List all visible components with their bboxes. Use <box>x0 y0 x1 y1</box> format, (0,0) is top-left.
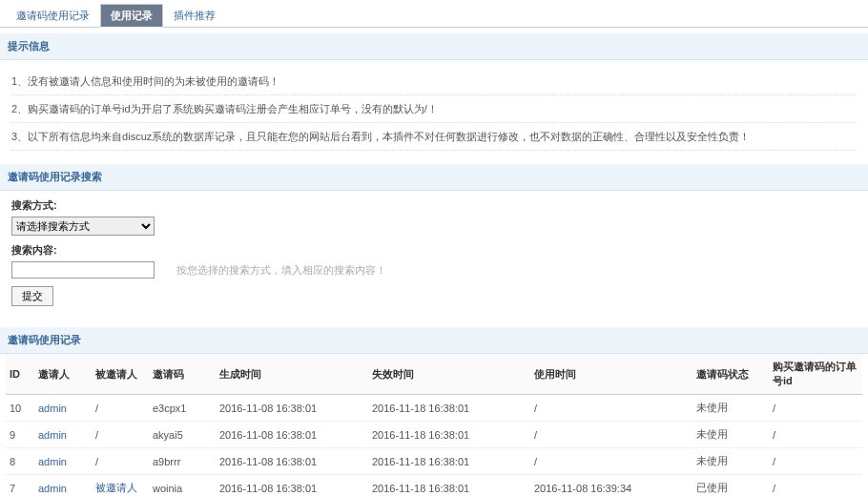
search-content-label: 搜索内容: <box>11 243 857 258</box>
cell-invitee: / <box>92 422 149 448</box>
tips-block: 1、没有被邀请人信息和使用时间的为未被使用的邀请码！ 2、购买邀请码的订单号id… <box>0 60 868 158</box>
tips-header: 提示信息 <box>0 33 868 60</box>
col-status: 邀请码状态 <box>692 354 769 395</box>
search-hint: 按您选择的搜索方式，填入相应的搜索内容！ <box>176 264 386 276</box>
cell-inviter[interactable]: admin <box>34 475 92 497</box>
cell-use: / <box>530 422 692 448</box>
col-id: ID <box>6 354 34 395</box>
cell-gen: 2016-11-08 16:38:01 <box>216 422 368 448</box>
cell-order: / <box>769 422 862 448</box>
cell-id: 10 <box>6 395 34 422</box>
cell-inviter[interactable]: admin <box>34 395 92 422</box>
col-gen: 生成时间 <box>216 354 368 395</box>
cell-status: 未使用 <box>692 422 769 448</box>
cell-gen: 2016-11-08 16:38:01 <box>216 475 368 497</box>
cell-use: / <box>530 395 692 422</box>
cell-exp: 2016-11-18 16:38:01 <box>368 448 530 475</box>
tab-invite-record[interactable]: 邀请码使用记录 <box>6 4 100 27</box>
cell-exp: 2016-11-18 16:38:01 <box>368 395 530 422</box>
cell-invitee[interactable]: 被邀请人 <box>92 475 149 497</box>
cell-id: 9 <box>6 422 34 448</box>
cell-status: 已使用 <box>692 475 769 497</box>
table-row: 8admin/a9brrr2016-11-08 16:38:012016-11-… <box>6 448 862 475</box>
cell-inviter[interactable]: admin <box>34 422 92 448</box>
cell-code: woinia <box>149 475 216 497</box>
cell-invitee: / <box>92 395 149 422</box>
records-table: ID 邀请人 被邀请人 邀请码 生成时间 失效时间 使用时间 邀请码状态 购买邀… <box>6 354 862 496</box>
search-method-select[interactable]: 请选择搜索方式 <box>11 217 155 236</box>
col-exp: 失效时间 <box>368 354 530 395</box>
cell-order: / <box>769 448 862 475</box>
search-content-input[interactable] <box>11 261 155 279</box>
table-row: 7admin被邀请人woinia2016-11-08 16:38:012016-… <box>6 475 862 497</box>
col-inviter: 邀请人 <box>34 354 92 395</box>
tab-plugin-recommend[interactable]: 插件推荐 <box>163 4 226 27</box>
search-header: 邀请码使用记录搜索 <box>0 164 868 191</box>
tip-line: 2、购买邀请码的订单号id为开启了系统购买邀请码注册会产生相应订单号，没有的默认… <box>11 95 857 123</box>
col-use: 使用时间 <box>530 354 692 395</box>
cell-invitee: / <box>92 448 149 475</box>
cell-code: a9brrr <box>149 448 216 475</box>
table-row: 9admin/akyai52016-11-08 16:38:012016-11-… <box>6 422 862 448</box>
cell-code: e3cpx1 <box>149 395 216 422</box>
cell-status: 未使用 <box>692 448 769 475</box>
tip-line: 3、以下所有信息均来自discuz系统的数据库记录，且只能在您的网站后台看到，本… <box>11 123 857 151</box>
submit-button[interactable]: 提交 <box>11 286 53 306</box>
cell-use: 2016-11-08 16:39:34 <box>530 475 692 497</box>
cell-code: akyai5 <box>149 422 216 448</box>
cell-exp: 2016-11-18 16:38:01 <box>368 475 530 497</box>
col-order: 购买邀请码的订单号id <box>769 354 862 395</box>
cell-id: 8 <box>6 448 34 475</box>
cell-id: 7 <box>6 475 34 497</box>
cell-gen: 2016-11-08 16:38:01 <box>216 448 368 475</box>
cell-exp: 2016-11-18 16:38:01 <box>368 422 530 448</box>
cell-gen: 2016-11-08 16:38:01 <box>216 395 368 422</box>
cell-inviter[interactable]: admin <box>34 448 92 475</box>
table-row: 10admin/e3cpx12016-11-08 16:38:012016-11… <box>6 395 862 422</box>
cell-order: / <box>769 395 862 422</box>
records-header: 邀请码使用记录 <box>0 327 868 354</box>
cell-order: / <box>769 475 862 497</box>
col-code: 邀请码 <box>149 354 216 395</box>
cell-use: / <box>530 448 692 475</box>
tab-usage-record[interactable]: 使用记录 <box>100 4 163 28</box>
cell-status: 未使用 <box>692 395 769 422</box>
top-tabs: 邀请码使用记录 使用记录 插件推荐 <box>0 0 868 28</box>
tip-line: 1、没有被邀请人信息和使用时间的为未被使用的邀请码！ <box>11 68 857 95</box>
search-area: 搜索方式: 请选择搜索方式 搜索内容: 按您选择的搜索方式，填入相应的搜索内容！… <box>0 191 868 321</box>
col-invitee: 被邀请人 <box>92 354 149 395</box>
search-method-label: 搜索方式: <box>11 198 857 213</box>
